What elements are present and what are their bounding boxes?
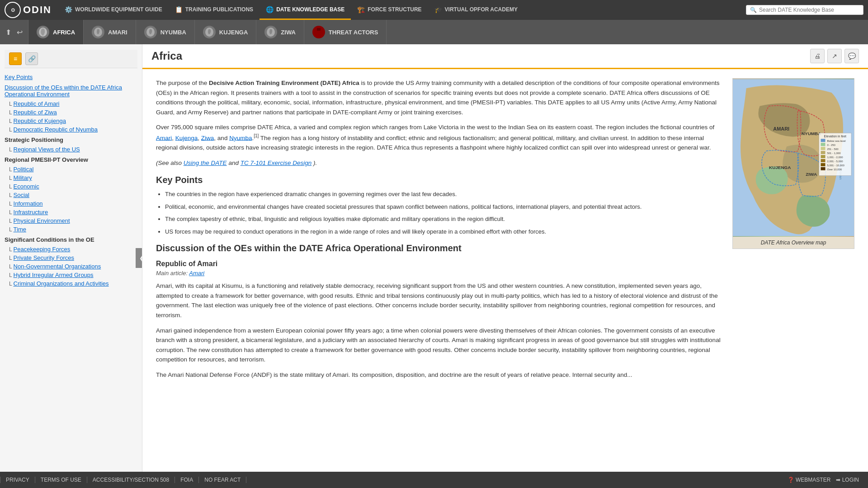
nav-date-knowledge-base-label: DATE KNOWLEDGE BASE (276, 6, 344, 13)
africa-tab-icon (37, 26, 49, 38)
nav-worldwide-equipment[interactable]: ⚙️ WORLDWIDE EQUIPMENT GUIDE (58, 0, 169, 20)
amari-tab-label: AMARI (108, 29, 127, 36)
tab-ziwa[interactable]: ZIWA (256, 20, 304, 44)
content-body: The purpose of the Decisive Action Train… (142, 69, 868, 394)
nav-force-structure-label: FORCE STRUCTURE (368, 6, 421, 13)
see-also-text: (See also (156, 160, 182, 166)
nav-virtual-opfor-label: VIRTUAL OPFOR ACADEMY (445, 6, 518, 13)
amari-link-1[interactable]: Amari (156, 134, 172, 141)
page-title: Africa (151, 50, 182, 62)
nav-force-structure[interactable]: 🏗️ FORCE STRUCTURE (351, 0, 428, 20)
ziwa-tab-icon (264, 26, 277, 38)
footer-terms[interactable]: TERMS OF USE (35, 477, 87, 483)
map-caption: DATE Africa Overview map (733, 237, 854, 249)
sidebar-item-political[interactable]: Political (14, 165, 34, 174)
svg-rect-27 (821, 163, 826, 166)
sidebar-item-social[interactable]: Social (14, 191, 29, 199)
webmaster-link[interactable]: ❓ WEBMASTER (788, 477, 831, 483)
sidebar-item-hybrid-irregular[interactable]: Hybrid Irregular Armed Groups (14, 271, 94, 279)
footer-accessibility[interactable]: ACCESSIBILITY/SECTION 508 (87, 477, 175, 483)
sidebar-item-discussion-oes[interactable]: Discussion of the OEs within the DATE Af… (5, 83, 137, 99)
tab-amari[interactable]: AMARI (84, 20, 136, 44)
sidebar-item-republic-amari[interactable]: Republic of Amari (14, 99, 60, 108)
sidebar-item-criminal-organizations[interactable]: Criminal Organizations and Activities (14, 279, 109, 288)
svg-rect-23 (821, 155, 826, 158)
sidebar-item-information[interactable]: Information (14, 199, 43, 208)
tab-threat-actors[interactable]: THREAT ACTORS (304, 20, 387, 44)
svg-text:Below sea level: Below sea level (827, 140, 845, 142)
using-date-link[interactable]: Using the DATE (184, 160, 227, 166)
svg-rect-21 (821, 151, 826, 154)
publications-icon: 📋 (175, 6, 183, 13)
sidebar-item-economic[interactable]: Economic (14, 182, 39, 191)
amari-paragraph-3: The Amari National Defense Force (ANDF) … (156, 370, 723, 380)
tab-nyumba[interactable]: NYUMBA (136, 20, 195, 44)
back-button[interactable]: ↩ (15, 26, 24, 38)
footer-no-fear[interactable]: NO FEAR ACT (199, 477, 246, 483)
sidebar-item-strategic-positioning[interactable]: Strategic Positioning (5, 135, 137, 144)
sidebar-section-time: L Time (5, 226, 137, 233)
amari-main-link[interactable]: Amari (189, 270, 204, 277)
see-also-paragraph: (See also Using the DATE and TC 7-101 Ex… (156, 158, 723, 168)
nav-virtual-opfor[interactable]: 🎓 VIRTUAL OPFOR ACADEMY (428, 0, 524, 20)
list-view-icon[interactable]: ≡ (9, 52, 22, 65)
sidebar-item-private-security[interactable]: Private Security Forces (14, 253, 74, 262)
amari-tab-icon (92, 26, 104, 38)
logo[interactable]: ⊙ ODIN (5, 2, 52, 18)
tab-africa[interactable]: AFRICA (28, 20, 84, 44)
svg-text:ZIWA: ZIWA (806, 172, 817, 177)
sidebar-item-non-governmental[interactable]: Non-Governmental Organizations (14, 262, 101, 271)
date-africa-bold: Decisive Action Training Environment (DA… (209, 80, 359, 86)
map-svg: AMARI NYUMBA KUJENGA ZIWA Indian Ocean E… (733, 79, 854, 237)
threat-tab-icon (312, 26, 325, 38)
print-button[interactable]: 🖨 (810, 49, 825, 63)
sidebar-item-time[interactable]: Time (14, 225, 26, 234)
svg-text:1,001 - 2,000: 1,001 - 2,000 (827, 156, 843, 159)
content-text: The purpose of the Decisive Action Train… (156, 78, 723, 385)
amari-paragraph-2: Amari gained independence from a western… (156, 326, 723, 365)
sidebar-collapse-button[interactable]: ❮ (136, 248, 142, 268)
sidebar-item-republic-kujenga[interactable]: Republic of Kujenga (14, 117, 66, 125)
comment-button[interactable]: 💬 (844, 49, 859, 63)
sidebar-item-democratic-nyumba[interactable]: Democratic Republic of Nyumba (14, 125, 98, 134)
key-point-4: US forces may be required to conduct ope… (165, 227, 723, 236)
ziwa-link-1[interactable]: Ziwa (201, 134, 214, 141)
see-also-and: and (228, 160, 240, 166)
sidebar-section-social: L Social (5, 192, 137, 198)
upload-button[interactable]: ⬆ (4, 26, 13, 38)
nav-date-knowledge-base[interactable]: 🌐 DATE KNOWLEDGE BASE (259, 0, 351, 20)
footer-foia[interactable]: FOIA (175, 477, 199, 483)
svg-text:NYUMBA: NYUMBA (802, 131, 821, 136)
sidebar-item-regional-views-us[interactable]: Regional Views of the US (14, 145, 80, 154)
search-input[interactable] (759, 7, 859, 13)
svg-text:Elevation in feet: Elevation in feet (824, 135, 846, 138)
intro-paragraph-2: Over 795,000 square miles comprise DATE … (156, 122, 723, 152)
footer-right: ❓ WEBMASTER ➡ LOGIN (788, 477, 868, 483)
svg-text:KUJENGA: KUJENGA (769, 165, 791, 170)
share-button[interactable]: ↗ (827, 49, 842, 63)
search-box[interactable]: 🔍 (746, 5, 863, 15)
sidebar-item-key-points[interactable]: Key Points (5, 73, 137, 81)
sidebar-item-peacekeeping-forces[interactable]: Peacekeeping Forces (14, 245, 71, 253)
sidebar-item-infrastructure[interactable]: Infrastructure (14, 208, 48, 216)
sidebar-section-infrastructure: L Infrastructure (5, 209, 137, 216)
discussion-heading: Discussion of the OEs within the DATE Af… (156, 243, 723, 253)
opfor-icon: 🎓 (434, 6, 442, 13)
nav-training-publications[interactable]: 📋 TRAINING PUBLICATIONS (169, 0, 259, 20)
tab-kujenga[interactable]: KUJENGA (195, 20, 257, 44)
sidebar-item-republic-ziwa[interactable]: Republic of Ziwa (14, 108, 57, 117)
tc-7101-link[interactable]: TC 7-101 Exercise Design (241, 160, 312, 166)
logo-circle: ⊙ (5, 2, 21, 18)
kujenga-link-1[interactable]: Kujenga (175, 134, 198, 141)
sidebar-item-physical-environment[interactable]: Physical Environment (14, 216, 70, 225)
africa-tab-label: AFRICA (53, 29, 75, 36)
svg-text:501 - 1,000: 501 - 1,000 (827, 152, 841, 155)
login-link[interactable]: ➡ LOGIN (836, 477, 859, 483)
nyumba-link-1[interactable]: Nyumba (229, 134, 252, 141)
sidebar-item-pmesii[interactable]: Regional PMESII-PT Overview (5, 155, 137, 164)
link-icon[interactable]: 🔗 (25, 52, 38, 65)
kujenga-tab-icon (203, 26, 216, 38)
sidebar-item-significant-conditions[interactable]: Significant Conditions in the OE (5, 235, 137, 244)
footer-privacy[interactable]: PRIVACY (0, 477, 35, 483)
sidebar-item-military[interactable]: Military (14, 174, 32, 182)
